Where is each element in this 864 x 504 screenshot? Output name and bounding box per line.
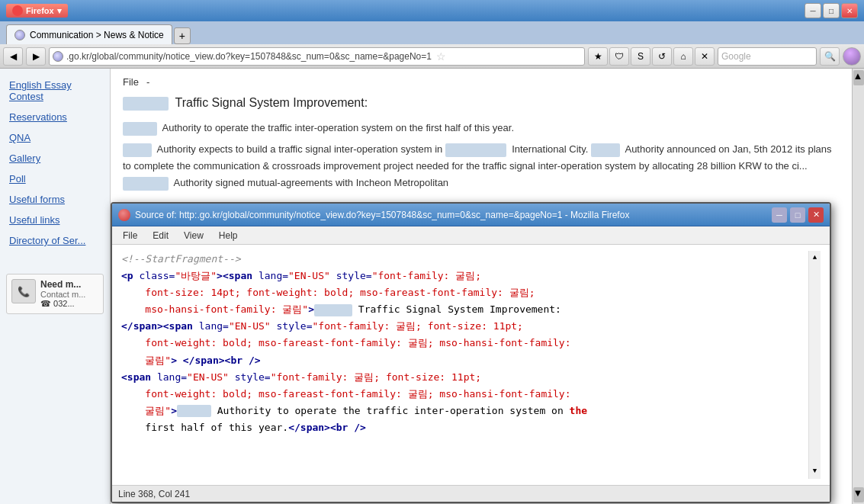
browser-scrollbar[interactable]: ▲ ▼ bbox=[852, 69, 864, 504]
firefox-window: Firefox ▾ ─ □ ✕ Communication > News & N… bbox=[0, 0, 864, 504]
source-maximize-btn[interactable]: □ bbox=[790, 207, 805, 223]
blurred-city bbox=[445, 143, 506, 157]
sidebar-item-forms[interactable]: Useful forms bbox=[0, 189, 110, 210]
sidebar-item-poll[interactable]: Poll bbox=[0, 169, 110, 189]
refresh-btn[interactable]: ↺ bbox=[652, 47, 672, 66]
close-button[interactable]: ✕ bbox=[841, 3, 858, 18]
search-placeholder: Google bbox=[721, 51, 751, 62]
sidebar-item-links[interactable]: Useful links bbox=[0, 210, 110, 230]
code-line-3: font-size: 14pt; font-weight: bold; mso-… bbox=[121, 284, 808, 301]
code-line-1: <!--StartFragment--> bbox=[121, 251, 808, 268]
code-scroll-up[interactable]: ▲ bbox=[811, 251, 818, 265]
content-para-2: Authority expects to build a traffic sig… bbox=[123, 141, 840, 191]
search-btn[interactable]: 🔍 bbox=[820, 47, 840, 66]
source-titlebar-text: Source of: http:.go.kr/global/community/… bbox=[135, 210, 772, 220]
code-line-4: mso-hansi-font-family: 굴림"> Traffic Sign… bbox=[121, 301, 808, 318]
navigation-bar: ◀ ▶ .go.kr/global/community/notice_view.… bbox=[0, 44, 864, 69]
source-titlebar: Source of: http:.go.kr/global/community/… bbox=[112, 204, 830, 226]
page-favicon bbox=[53, 51, 63, 62]
source-view-popup: Source of: http:.go.kr/global/community/… bbox=[111, 202, 831, 503]
firefox-icon bbox=[12, 5, 23, 16]
firefox-titlebar: Firefox ▾ ─ □ ✕ bbox=[0, 0, 864, 21]
code-line-9: font-weight: bold; mso-fareast-font-fami… bbox=[121, 386, 808, 403]
sync-btn[interactable]: S bbox=[631, 47, 650, 66]
back-button[interactable]: ◀ bbox=[3, 47, 23, 66]
scroll-down-arrow[interactable]: ▼ bbox=[853, 487, 864, 502]
tab-favicon bbox=[14, 30, 25, 40]
source-menu-edit[interactable]: Edit bbox=[145, 228, 176, 243]
source-popup-icon bbox=[118, 209, 130, 221]
source-menubar: File Edit View Help bbox=[112, 226, 830, 245]
search-bar[interactable]: Google bbox=[718, 47, 817, 66]
source-window-controls: ─ □ ✕ bbox=[772, 207, 824, 223]
tab-label: Communication > News & Notice bbox=[30, 30, 164, 40]
sidebar-item-reservations[interactable]: Reservations bbox=[0, 107, 110, 127]
code-line-8: <span lang="EN-US" style="font-family: 굴… bbox=[121, 369, 808, 386]
code-scroll-down[interactable]: ▼ bbox=[811, 464, 818, 479]
source-menu-file[interactable]: File bbox=[115, 228, 145, 243]
file-dash: - bbox=[146, 76, 149, 88]
need-help-box: 📞 Need m... Contact m... ☎ 032... bbox=[6, 274, 104, 314]
firefox-title-label: Firefox bbox=[26, 6, 54, 15]
new-tab-button[interactable]: + bbox=[174, 27, 191, 44]
source-menu-view[interactable]: View bbox=[176, 228, 211, 243]
active-tab[interactable]: Communication > News & Notice bbox=[6, 24, 172, 44]
avatar-btn[interactable] bbox=[843, 47, 861, 66]
forward-button[interactable]: ▶ bbox=[26, 47, 46, 66]
code-line-6: font-weight: bold; mso-fareast-font-fami… bbox=[121, 335, 808, 352]
bookmark-btn[interactable]: ★ bbox=[588, 47, 608, 66]
source-menu-help[interactable]: Help bbox=[211, 228, 246, 243]
firefox-menu-button[interactable]: Firefox ▾ bbox=[6, 4, 68, 18]
maximize-button[interactable]: □ bbox=[823, 3, 840, 18]
source-code-area[interactable]: <!--StartFragment--> <p class="바탕글"><spa… bbox=[112, 245, 830, 485]
need-help-phone: ☎ 032... bbox=[40, 299, 85, 309]
source-minimize-btn[interactable]: ─ bbox=[772, 207, 787, 223]
menu-btn[interactable]: ✕ bbox=[695, 47, 715, 66]
need-help-title: Need m... bbox=[40, 279, 85, 290]
content-para-1: Authority to operate the traffic inter-o… bbox=[123, 120, 840, 136]
scroll-up-arrow[interactable]: ▲ bbox=[853, 70, 864, 85]
url-text: .go.kr/global/community/notice_view.do?k… bbox=[66, 51, 432, 62]
sidebar-item-qna[interactable]: QNA bbox=[0, 127, 110, 148]
code-line-5: </span><span lang="EN-US" style="font-fa… bbox=[121, 318, 808, 335]
code-scrollbar[interactable]: ▲ ▼ bbox=[808, 251, 821, 479]
file-row: File - bbox=[123, 76, 840, 88]
code-line-11: first half of this year.</span><br /> bbox=[121, 419, 808, 436]
blurred-name-5 bbox=[123, 177, 169, 191]
home-btn[interactable]: ⌂ bbox=[673, 47, 693, 66]
help-icon: 📞 bbox=[11, 279, 36, 303]
minimize-button[interactable]: ─ bbox=[805, 3, 821, 18]
blurred-name-4 bbox=[591, 143, 620, 157]
toolbar-buttons: ★ 🛡 S ↺ ⌂ ✕ bbox=[588, 47, 715, 66]
blurred-name-3 bbox=[123, 143, 152, 157]
source-statusbar: Line 368, Col 241 bbox=[112, 485, 830, 502]
sidebar-item-directory[interactable]: Directory of Ser... bbox=[0, 230, 110, 251]
shield-btn[interactable]: 🛡 bbox=[609, 47, 629, 66]
blurred-name-1 bbox=[123, 97, 169, 111]
blurred-name-2 bbox=[123, 122, 157, 136]
file-label-text: File bbox=[123, 76, 139, 88]
source-close-btn[interactable]: ✕ bbox=[808, 207, 824, 223]
sidebar-item-gallery[interactable]: Gallery bbox=[0, 148, 110, 169]
code-content: <!--StartFragment--> <p class="바탕글"><spa… bbox=[121, 251, 808, 479]
source-status-text: Line 368, Col 241 bbox=[118, 489, 190, 499]
content-title: Traffic Signal System Improvement: bbox=[123, 94, 840, 112]
code-line-2: <p class="바탕글"><span lang="EN-US" style=… bbox=[121, 268, 808, 284]
title-text: Traffic Signal System Improvement: bbox=[175, 96, 368, 109]
dropdown-arrow: ▾ bbox=[57, 6, 62, 16]
need-help-contact: Contact m... bbox=[40, 290, 85, 299]
tab-bar: Communication > News & Notice + bbox=[0, 21, 864, 44]
url-bar[interactable]: .go.kr/global/community/notice_view.do?k… bbox=[49, 47, 585, 66]
sidebar-item-essay[interactable]: English Essay Contest bbox=[0, 75, 110, 107]
window-controls: ─ □ ✕ bbox=[805, 3, 858, 18]
para1-text: Authority to operate the traffic inter-o… bbox=[162, 122, 515, 133]
bookmark-star[interactable]: ☆ bbox=[436, 50, 446, 63]
code-line-7: 굴림"> </span><br /> bbox=[121, 352, 808, 369]
code-line-10: 굴림"> Authority to operate the traffic in… bbox=[121, 403, 808, 419]
sidebar: English Essay Contest Reservations QNA G… bbox=[0, 69, 111, 504]
